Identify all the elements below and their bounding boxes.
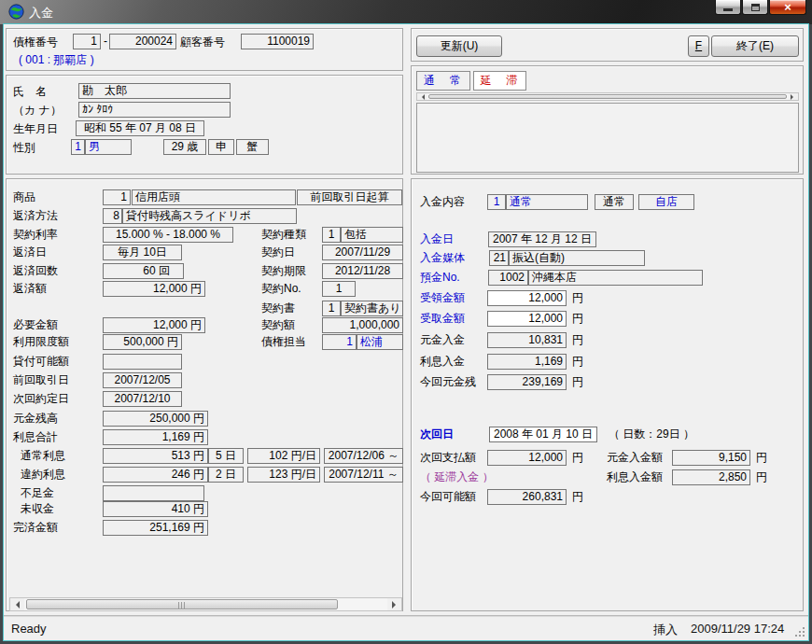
payment-media-name-field: 振込(自動) bbox=[509, 250, 645, 266]
status-bar: Ready 挿入 2009/11/29 17:24 bbox=[4, 616, 808, 640]
minimize-button[interactable] bbox=[715, 0, 741, 15]
penalty-interest-from-field: 2007/12/11 ～ bbox=[324, 467, 403, 483]
titlebar[interactable]: 入金 × bbox=[0, 0, 812, 24]
scroll-right-arrow-icon[interactable] bbox=[789, 93, 798, 100]
credit-limit-label: 利用限度額 bbox=[13, 334, 69, 350]
contract-date-label: 契約日 bbox=[261, 245, 295, 260]
contract-doc-label: 契約書 bbox=[261, 301, 295, 316]
yen-unit: 円 bbox=[572, 354, 583, 370]
principal-in-field: 10,831 bbox=[487, 332, 567, 348]
update-button[interactable]: 更新(U) bbox=[416, 35, 502, 57]
overdue-list[interactable] bbox=[416, 103, 799, 173]
uncollected-label: 未収金 bbox=[21, 501, 54, 517]
close-button[interactable]: × bbox=[769, 0, 806, 15]
payment-date-field[interactable]: 2007 年 12 月 12 日 bbox=[488, 231, 596, 247]
product-name-field: 信用店頭 bbox=[132, 189, 296, 205]
yen-unit: 円 bbox=[572, 290, 583, 306]
payment-content-label: 入金内容 bbox=[420, 194, 465, 210]
next-date-input[interactable]: 2008 年 01 月 10 日 bbox=[489, 427, 597, 442]
received-amount-input[interactable]: 12,000 bbox=[487, 290, 567, 306]
loanable-amount-field bbox=[103, 354, 182, 370]
next-payment-field: 12,000 bbox=[487, 450, 567, 466]
next-payment-label: 次回支払額 bbox=[420, 450, 476, 466]
interest-total-label: 利息合計 bbox=[13, 429, 58, 445]
contract-type-code-field: 1 bbox=[322, 227, 341, 243]
normal-interest-label: 通常利息 bbox=[21, 448, 65, 464]
next-date-label: 次回日 bbox=[420, 427, 454, 442]
window-title: 入金 bbox=[29, 5, 53, 21]
scrollbar-grip-icon bbox=[178, 602, 187, 609]
shortage-label: 不足金 bbox=[21, 485, 54, 501]
normal-interest-rate-field: 102 円/日 bbox=[247, 448, 320, 464]
contract-amount-field: 1,000,000 bbox=[322, 317, 403, 333]
product-label: 商品 bbox=[13, 189, 35, 205]
scroll-right-arrow-icon[interactable] bbox=[387, 598, 401, 610]
tab-normal[interactable]: 通 常 bbox=[416, 71, 470, 91]
repay-amount-label: 返済額 bbox=[13, 281, 47, 297]
tab-list-scrollbar[interactable] bbox=[416, 92, 799, 101]
status-datetime: 2009/11/29 17:24 bbox=[691, 622, 784, 636]
overdue-payment-note: （ 延滞入金 ） bbox=[420, 469, 494, 485]
contract-rate-field: 15.000 % - 18.000 % bbox=[103, 227, 233, 243]
birthdate-field: 昭和 55 年 07 月 08 日 bbox=[76, 120, 204, 136]
shortage-field bbox=[103, 485, 204, 501]
customer-number-label: 顧客番号 bbox=[180, 35, 225, 50]
maximize-icon bbox=[751, 4, 760, 11]
birthdate-label: 生年月日 bbox=[13, 121, 58, 137]
repay-count-label: 返済回数 bbox=[13, 263, 58, 279]
received-amount-label: 受領金額 bbox=[420, 290, 465, 306]
staff-name-field: 松浦 bbox=[357, 334, 403, 350]
payment-media-label: 入金媒体 bbox=[420, 250, 465, 266]
loan-horizontal-scrollbar[interactable] bbox=[9, 597, 402, 611]
repay-day-field: 毎月 10日 bbox=[103, 245, 182, 260]
required-amount-field: 12,000 円 bbox=[103, 317, 205, 333]
repay-count-field: 60 回 bbox=[103, 263, 184, 279]
scrollbar-thumb[interactable] bbox=[26, 599, 338, 609]
claim-branch-field: 1 bbox=[73, 34, 101, 49]
repay-method-name-field: 貸付時残高スライドリボ bbox=[122, 208, 297, 224]
interest-basis-field: 前回取引日起算 bbox=[297, 189, 402, 205]
contract-amount-label: 契約額 bbox=[261, 317, 295, 333]
contract-no-label: 契約No. bbox=[261, 281, 301, 297]
maximize-button[interactable] bbox=[742, 0, 768, 15]
scrollbar-thumb[interactable] bbox=[428, 94, 787, 99]
yen-unit: 円 bbox=[756, 469, 767, 485]
days-note: （ 日数：29日 ） bbox=[609, 427, 694, 442]
deposit-account-code-field[interactable]: 1002 bbox=[488, 270, 528, 286]
interest-total-field: 1,169 円 bbox=[103, 429, 208, 445]
penalty-interest-rate-field: 123 円/日 bbox=[247, 467, 320, 483]
payoff-amount-label: 完済金額 bbox=[13, 520, 58, 536]
yen-unit: 円 bbox=[572, 332, 583, 348]
gender-label: 性別 bbox=[13, 140, 35, 156]
contract-date-field: 2007/11/29 bbox=[322, 245, 403, 260]
exit-button[interactable]: 終了(E) bbox=[711, 35, 799, 57]
accepted-amount-input[interactable]: 12,000 bbox=[487, 311, 567, 327]
penalty-interest-amount-field: 246 円 bbox=[103, 467, 208, 483]
accepted-amount-label: 受取金額 bbox=[420, 311, 465, 327]
globe-icon bbox=[8, 4, 24, 20]
scroll-left-arrow-icon[interactable] bbox=[10, 598, 24, 610]
contract-doc-code-field: 1 bbox=[322, 301, 341, 316]
tab-overdue[interactable]: 延 滞 bbox=[473, 71, 526, 91]
contract-doc-name-field: 契約書あり bbox=[341, 301, 403, 316]
next-due-field: 2007/12/10 bbox=[103, 391, 182, 407]
app-window: 入金 × 債権番号 1 - 200024 顧客番号 1100019 ( 001 … bbox=[0, 0, 812, 644]
last-transaction-label: 前回取引日 bbox=[13, 372, 69, 388]
scroll-left-arrow-icon[interactable] bbox=[417, 93, 427, 100]
payoff-amount-field: 251,169 円 bbox=[103, 520, 208, 536]
normal-interest-from-field: 2007/12/06 ～ bbox=[324, 448, 403, 464]
contract-expire-field: 2012/11/28 bbox=[322, 263, 403, 279]
resize-grip-icon[interactable] bbox=[794, 626, 805, 637]
payment-panel bbox=[411, 178, 804, 611]
contract-rate-label: 契約利率 bbox=[13, 227, 58, 243]
store-note: ( 001 : 那覇店 ) bbox=[19, 52, 94, 68]
repay-amount-field: 12,000 円 bbox=[103, 281, 205, 297]
principal-balance-field: 250,000 円 bbox=[103, 411, 208, 427]
f-button[interactable]: F bbox=[688, 35, 709, 57]
staff-label: 債権担当 bbox=[261, 334, 306, 350]
principal-balance-label: 元金残高 bbox=[13, 411, 58, 427]
interest-in-field: 1,169 bbox=[487, 354, 567, 370]
penalty-interest-label: 違約利息 bbox=[21, 467, 65, 483]
contract-type-name-field: 包括 bbox=[341, 227, 403, 243]
payment-media-code-field[interactable]: 21 bbox=[489, 250, 509, 266]
